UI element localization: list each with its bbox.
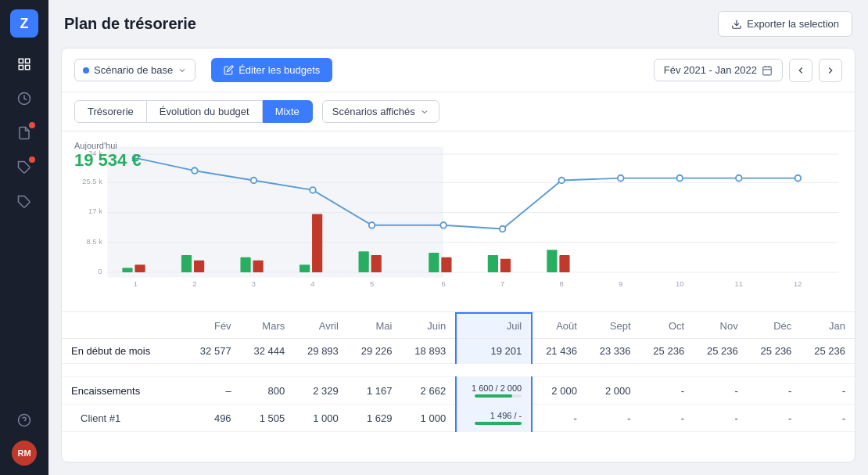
svg-point-56 bbox=[310, 187, 316, 193]
table-header-row: Fév Mars Avril Mai Juin Juil Août Sept O… bbox=[62, 313, 855, 339]
toolbar: Scénario de base Éditer les budgets Fév … bbox=[62, 49, 855, 92]
cell-juin: 18 893 bbox=[401, 339, 456, 364]
tab-evolution[interactable]: Évolution du budget bbox=[147, 100, 263, 123]
svg-rect-46 bbox=[371, 255, 382, 272]
juil-enc-bar-track bbox=[475, 394, 522, 398]
svg-text:8.5 k: 8.5 k bbox=[86, 237, 102, 246]
tab-tresorerie[interactable]: Trésorerie bbox=[74, 100, 147, 123]
cell-juin: 2 662 bbox=[401, 377, 456, 405]
cell-avril: 2 329 bbox=[294, 377, 348, 405]
page-title: Plan de trésorerie bbox=[64, 15, 196, 33]
sidebar: Z RM bbox=[0, 0, 48, 475]
calendar-icon bbox=[762, 65, 773, 76]
svg-rect-37 bbox=[122, 268, 132, 272]
cell-nov: 25 236 bbox=[694, 339, 748, 364]
svg-rect-10 bbox=[763, 67, 772, 75]
tabs-bar: Trésorerie Évolution du budget Mixte Scé… bbox=[62, 92, 855, 131]
next-period-button[interactable] bbox=[819, 59, 842, 82]
export-button[interactable]: Exporter la selection bbox=[718, 11, 852, 37]
svg-text:1: 1 bbox=[134, 279, 138, 288]
col-juin: Juin bbox=[401, 313, 456, 339]
svg-point-54 bbox=[192, 167, 198, 174]
sidebar-item-dashboard[interactable] bbox=[10, 50, 38, 78]
date-input[interactable]: Fév 2021 - Jan 2022 bbox=[654, 59, 783, 81]
cell-aout: 21 436 bbox=[532, 339, 586, 364]
cell-mars: 800 bbox=[241, 377, 295, 405]
svg-rect-51 bbox=[547, 250, 557, 272]
sidebar-item-documents[interactable] bbox=[10, 119, 38, 147]
svg-point-61 bbox=[618, 175, 624, 182]
juil-c1-bar-fill bbox=[475, 422, 522, 425]
juil-c1-bar-track bbox=[475, 422, 522, 425]
cell-aout: 2 000 bbox=[532, 377, 586, 405]
svg-text:8: 8 bbox=[560, 279, 564, 288]
svg-point-57 bbox=[369, 222, 375, 229]
cell-sept: 2 000 bbox=[586, 377, 640, 405]
cell-nov: - bbox=[694, 377, 748, 405]
edit-icon bbox=[224, 65, 234, 75]
svg-point-59 bbox=[500, 226, 506, 232]
chevron-left-icon bbox=[795, 65, 806, 76]
svg-rect-2 bbox=[19, 66, 23, 70]
chevron-down-icon bbox=[178, 66, 187, 75]
svg-text:10: 10 bbox=[676, 279, 684, 288]
cell-jan: 25 236 bbox=[801, 339, 855, 364]
main-content: Plan de trésorerie Exporter la selection… bbox=[48, 0, 868, 475]
chevron-down-icon bbox=[420, 107, 429, 117]
svg-text:2: 2 bbox=[192, 279, 196, 288]
cell-mars: 1 505 bbox=[241, 405, 295, 432]
svg-rect-40 bbox=[194, 261, 204, 272]
cell-oct: - bbox=[640, 405, 694, 432]
cell-juil-c1: 1 496 / - bbox=[456, 405, 532, 432]
svg-text:17 k: 17 k bbox=[88, 207, 102, 215]
scenarios-dropdown[interactable]: Scénarios affichés bbox=[322, 100, 439, 123]
svg-rect-48 bbox=[441, 257, 451, 272]
scenario-select[interactable]: Scénario de base bbox=[74, 59, 195, 81]
svg-rect-44 bbox=[312, 214, 322, 272]
avatar[interactable]: RM bbox=[12, 441, 37, 466]
col-label bbox=[62, 313, 187, 339]
svg-text:9: 9 bbox=[619, 279, 622, 288]
svg-rect-45 bbox=[359, 251, 369, 272]
date-range-controls: Fév 2021 - Jan 2022 bbox=[654, 59, 842, 82]
svg-text:0: 0 bbox=[99, 267, 102, 275]
svg-rect-3 bbox=[26, 66, 30, 70]
chart-svg: 34 k 25.5 k 17 k 8.5 k 0 1 2 3 4 5 6 bbox=[74, 139, 842, 304]
svg-point-63 bbox=[736, 175, 742, 182]
sidebar-item-labels[interactable] bbox=[10, 188, 38, 216]
cell-juil-enc: 1 600 / 2 000 bbox=[456, 377, 532, 405]
svg-rect-42 bbox=[253, 261, 264, 272]
svg-point-62 bbox=[676, 175, 683, 182]
col-mars: Mars bbox=[241, 313, 295, 339]
table-row: Encaissements – 800 2 329 1 167 2 662 1 … bbox=[62, 377, 855, 405]
cell-jan: - bbox=[801, 377, 855, 405]
col-aout: Août bbox=[532, 313, 586, 339]
prev-period-button[interactable] bbox=[789, 59, 812, 82]
data-table: Fév Mars Avril Mai Juin Juil Août Sept O… bbox=[62, 311, 855, 462]
col-nov: Nov bbox=[694, 313, 748, 339]
cell-juil: 19 201 bbox=[456, 339, 532, 364]
col-avril: Avril bbox=[294, 313, 348, 339]
svg-rect-0 bbox=[19, 59, 23, 63]
header: Plan de trésorerie Exporter la selection bbox=[48, 0, 868, 48]
sidebar-item-activity[interactable] bbox=[10, 85, 38, 113]
cell-fev: 496 bbox=[187, 405, 241, 432]
svg-text:5: 5 bbox=[370, 279, 374, 288]
tab-mixte[interactable]: Mixte bbox=[263, 100, 313, 123]
col-oct: Oct bbox=[640, 313, 694, 339]
cell-mai: 1 629 bbox=[348, 405, 402, 432]
cell-sept: 23 336 bbox=[586, 339, 640, 364]
juil-enc-label: 1 600 / 2 000 bbox=[472, 383, 522, 393]
col-fev: Fév bbox=[187, 313, 241, 339]
spacer-row bbox=[62, 364, 855, 377]
svg-text:25.5 k: 25.5 k bbox=[82, 177, 102, 185]
sidebar-item-tags[interactable] bbox=[10, 153, 38, 182]
logo-icon[interactable]: Z bbox=[10, 9, 38, 38]
scenario-dot bbox=[83, 67, 89, 74]
svg-rect-1 bbox=[26, 59, 30, 63]
edit-budgets-button[interactable]: Éditer les budgets bbox=[211, 58, 332, 82]
cell-oct: - bbox=[640, 377, 694, 405]
svg-point-55 bbox=[251, 178, 257, 184]
sidebar-item-help[interactable] bbox=[10, 406, 38, 434]
col-dec: Déc bbox=[748, 313, 802, 339]
